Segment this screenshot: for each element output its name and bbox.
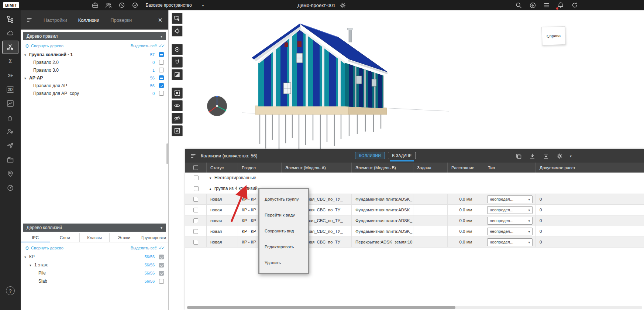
roles-icon[interactable] — [2, 125, 18, 138]
collapse-tree-link[interactable]: Свернуть дерево — [25, 44, 63, 48]
projects-icon[interactable] — [92, 1, 99, 9]
type-dropdown[interactable]: неопредел... — [487, 217, 533, 225]
view-cube-face[interactable]: Справа — [541, 26, 566, 45]
fit-columns-icon[interactable] — [543, 152, 550, 160]
tree-row[interactable]: Slab56/56 — [21, 277, 168, 285]
horizontal-scrollbar[interactable] — [187, 306, 642, 309]
column-header[interactable]: Расстояние — [448, 163, 484, 173]
group-checkbox[interactable] — [194, 186, 199, 191]
column-header[interactable]: Задача — [413, 163, 448, 173]
row-checkbox[interactable] — [193, 229, 198, 234]
collision-row[interactable]: новая КР - КР Свая винтовая_СВС_по_ТУ_ Ф… — [185, 215, 644, 226]
collision-row[interactable]: новая КР - КР Свая винтовая_СВС_по_ТУ_ Ф… — [185, 194, 644, 205]
import-icon[interactable] — [529, 152, 536, 160]
model-tree-icon[interactable] — [2, 13, 18, 26]
type-dropdown[interactable]: неопредел... — [487, 228, 533, 235]
cell-allowed-distance[interactable]: 0 — [536, 215, 644, 226]
cell-allowed-distance[interactable]: 0 — [536, 205, 644, 215]
panel-menu-icon[interactable] — [27, 17, 32, 23]
type-dropdown[interactable]: неопредел... — [487, 195, 533, 203]
subtab-layers[interactable]: Слои — [50, 233, 80, 242]
column-header[interactable]: Допустимое расст — [536, 163, 644, 173]
project-settings-gear-icon[interactable] — [339, 1, 347, 9]
tree-row-checkbox[interactable] — [159, 83, 164, 88]
tree-row[interactable]: Правило для АР56 — [21, 82, 168, 89]
list-icon[interactable] — [543, 1, 550, 9]
magnet-tool-icon[interactable] — [172, 57, 183, 68]
menu-item-edit[interactable]: Редактировать — [259, 239, 308, 255]
rules-tree-header[interactable]: Дерево правил — [23, 32, 166, 40]
column-header[interactable]: Статус — [207, 163, 238, 173]
group-collapse-icon[interactable] — [209, 186, 212, 191]
focus-tool-icon[interactable] — [172, 25, 183, 37]
app-logo[interactable]: BiMiT — [3, 2, 19, 8]
notifications-bell-icon[interactable] — [557, 1, 564, 9]
subtab-ifc[interactable]: IFC — [21, 233, 50, 242]
group-collapse-icon[interactable] — [209, 175, 212, 180]
tree-row-checkbox[interactable] — [159, 68, 164, 72]
row-checkbox[interactable] — [193, 208, 198, 212]
expand-icon[interactable] — [24, 75, 29, 81]
tree-row-checkbox[interactable] — [159, 60, 164, 65]
show-eye-icon[interactable] — [172, 100, 183, 111]
assignees-pin-icon[interactable] — [2, 167, 18, 180]
search-icon[interactable] — [515, 1, 522, 9]
collision-row[interactable]: новая КР - КР Свая винтовая_СВС_по_ТУ_ Ф… — [185, 226, 644, 237]
column-header[interactable]: Раздел — [238, 163, 282, 173]
tree-row-checkbox[interactable] — [159, 279, 164, 284]
scrollbar-thumb[interactable] — [187, 306, 455, 309]
type-dropdown[interactable]: неопредел... — [487, 206, 533, 214]
select-all-link[interactable]: Выделить всё — [131, 245, 164, 251]
row-checkbox[interactable] — [193, 240, 198, 245]
isolate-tool-icon[interactable] — [172, 88, 183, 99]
tree-row[interactable]: 1 этаж56/56 — [21, 261, 168, 269]
workspace-selector[interactable]: Базовое пространство — [145, 3, 204, 8]
duplicate-icon[interactable] — [515, 152, 523, 160]
charts-icon[interactable] — [2, 97, 18, 110]
expand-icon[interactable] — [30, 262, 34, 268]
tree-row[interactable]: Правило 2.00 — [21, 58, 168, 66]
table-menu-icon[interactable] — [190, 153, 196, 159]
tree-row[interactable]: Pile56/56 — [21, 269, 168, 277]
tree-row-checkbox[interactable] — [159, 263, 164, 268]
cell-allowed-distance[interactable]: 0 — [536, 226, 644, 236]
column-header[interactable]: Элемент (Модель А) — [282, 163, 352, 173]
tab-collisions[interactable]: Коллизии — [78, 17, 99, 23]
collision-tree-header[interactable]: Дерево коллизий — [23, 224, 166, 232]
menu-item-go-to-view[interactable]: Перейти к виду — [259, 207, 308, 223]
tree-row-checkbox[interactable] — [159, 271, 164, 276]
tree-row[interactable]: Правило для АР_copy0 — [21, 89, 168, 97]
row-checkbox[interactable] — [193, 218, 198, 223]
group-row[interactable]: Неотсортированные — [185, 173, 644, 183]
collision-row[interactable]: новая КР - КР Свая винтовая_СВС_по_ТУ_ Ф… — [185, 205, 644, 215]
menu-item-delete[interactable]: Удалить — [259, 255, 308, 270]
history-icon[interactable] — [118, 1, 125, 9]
2d-view-icon[interactable] — [2, 83, 18, 96]
cell-allowed-distance[interactable]: 0 — [536, 194, 644, 204]
select-tool-icon[interactable] — [172, 13, 183, 24]
plugins-puzzle-icon[interactable] — [2, 111, 18, 124]
tree-row-checkbox[interactable] — [159, 91, 164, 96]
in-task-mode-button[interactable]: В ЗАДАЧЕ — [388, 152, 416, 159]
panel-scrollbar[interactable] — [166, 143, 168, 164]
point-cloud-icon[interactable] — [2, 27, 18, 40]
team-icon[interactable] — [105, 1, 112, 9]
menu-item-approve-group[interactable]: Допустить группу — [259, 191, 308, 207]
projects-folder-icon[interactable] — [2, 153, 18, 166]
collisions-mode-button[interactable]: КОЛЛИЗИИ — [355, 152, 385, 159]
collapse-tree-link[interactable]: Свернуть дерево — [25, 246, 63, 251]
sum-plus-icon[interactable] — [2, 69, 18, 82]
close-icon[interactable] — [158, 16, 162, 24]
expand-icon[interactable] — [24, 254, 29, 259]
hide-eye-off-icon[interactable] — [172, 113, 183, 124]
tree-row-checkbox[interactable] — [159, 52, 164, 57]
section-tool-icon[interactable] — [172, 69, 183, 80]
dashboard-gauge-icon[interactable] — [2, 181, 18, 194]
group-checkbox[interactable] — [194, 176, 199, 180]
tree-row[interactable]: КР56/56 — [21, 253, 168, 261]
sum-icon[interactable] — [2, 55, 18, 68]
clash-detection-icon[interactable] — [2, 41, 18, 54]
table-settings-gear-icon[interactable] — [556, 152, 564, 160]
collapse-panel-icon[interactable] — [570, 153, 572, 159]
type-dropdown[interactable]: неопредел... — [487, 238, 533, 246]
